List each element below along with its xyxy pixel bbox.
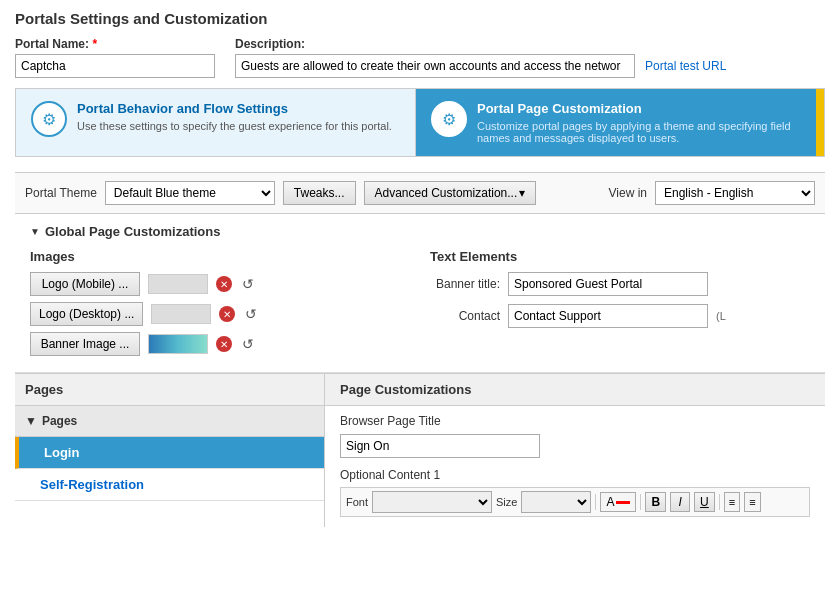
behavior-icon: ⚙ <box>31 101 67 137</box>
pages-self-registration-item[interactable]: Self-Registration <box>15 469 324 501</box>
size-label: Size <box>496 496 517 508</box>
behavior-panel-title: Portal Behavior and Flow Settings <box>77 101 392 116</box>
logo-desktop-preview <box>151 304 211 324</box>
pages-panel-header: Pages <box>15 374 324 406</box>
banner-image-button[interactable]: Banner Image ... <box>30 332 140 356</box>
pages-list-panel: Pages ▼ Pages Login Self-Registration <box>15 374 325 527</box>
images-column: Images Logo (Mobile) ... ✕ ↺ Logo (Deskt… <box>30 249 410 362</box>
logo-mobile-button[interactable]: Logo (Mobile) ... <box>30 272 140 296</box>
color-swatch <box>616 501 630 504</box>
contact-input[interactable] <box>508 304 708 328</box>
text-elements-column: Text Elements Banner title: Contact (L <box>430 249 810 362</box>
page-title: Portals Settings and Customization <box>15 10 825 27</box>
behavior-panel-desc: Use these settings to specify the guest … <box>77 120 392 132</box>
toolbar-divider-2 <box>640 494 641 510</box>
portal-name-label: Portal Name: * <box>15 37 215 51</box>
font-toolbar: Font Size A B I U ≡ ≡ <box>340 487 810 517</box>
customization-panel-title: Portal Page Customization <box>477 101 801 116</box>
contact-more-icon: (L <box>716 310 726 322</box>
contact-row: Contact (L <box>430 304 810 328</box>
toolbar-row: Portal Theme Default Blue theme Tweaks..… <box>15 172 825 214</box>
pages-group-header: ▼ Pages <box>15 406 324 437</box>
portal-test-url-link[interactable]: Portal test URL <box>645 59 726 73</box>
pages-group-arrow-icon: ▼ <box>25 414 37 428</box>
page-customization-panel: Page Customizations Browser Page Title O… <box>325 374 825 527</box>
images-title: Images <box>30 249 410 264</box>
font-select[interactable] <box>372 491 492 513</box>
theme-select[interactable]: Default Blue theme <box>105 181 275 205</box>
banner-image-preview <box>148 334 208 354</box>
description-label: Description: <box>235 37 726 51</box>
required-indicator: * <box>92 37 97 51</box>
banner-title-input[interactable] <box>508 272 708 296</box>
view-in-label: View in <box>609 186 647 200</box>
customization-icon: ⚙ <box>431 101 467 137</box>
banner-image-remove-icon[interactable]: ✕ <box>216 336 232 352</box>
customization-panel-desc: Customize portal pages by applying a the… <box>477 120 801 144</box>
logo-mobile-remove-icon[interactable]: ✕ <box>216 276 232 292</box>
logo-desktop-remove-icon[interactable]: ✕ <box>219 306 235 322</box>
behavior-panel[interactable]: ⚙ Portal Behavior and Flow Settings Use … <box>16 89 416 156</box>
banner-title-row: Banner title: <box>430 272 810 296</box>
logo-desktop-row: Logo (Desktop) ... ✕ ↺ <box>30 302 410 326</box>
pages-section: Pages ▼ Pages Login Self-Registration Pa… <box>15 373 825 527</box>
panel-accent-bar <box>816 89 824 156</box>
customization-panel[interactable]: ⚙ Portal Page Customization Customize po… <box>416 89 816 156</box>
global-customizations-section: ▼ Global Page Customizations Images Logo… <box>15 214 825 373</box>
toolbar-divider-1 <box>595 494 596 510</box>
toggle-arrow-icon: ▼ <box>30 226 40 237</box>
font-label: Font <box>346 496 368 508</box>
logo-mobile-reset-icon[interactable]: ↺ <box>240 276 256 292</box>
browser-title-label: Browser Page Title <box>340 414 810 428</box>
banner-title-label: Banner title: <box>430 277 500 291</box>
global-section-toggle[interactable]: ▼ Global Page Customizations <box>30 224 810 239</box>
text-elements-title: Text Elements <box>430 249 810 264</box>
tweaks-button[interactable]: Tweaks... <box>283 181 356 205</box>
dropdown-arrow-icon: ▾ <box>519 186 525 200</box>
ordered-list-button[interactable]: ≡ <box>744 492 760 512</box>
portal-name-input[interactable] <box>15 54 215 78</box>
size-select[interactable] <box>521 491 591 513</box>
logo-mobile-preview <box>148 274 208 294</box>
logo-desktop-reset-icon[interactable]: ↺ <box>243 306 259 322</box>
logo-mobile-row: Logo (Mobile) ... ✕ ↺ <box>30 272 410 296</box>
toolbar-divider-3 <box>719 494 720 510</box>
pages-login-item[interactable]: Login <box>15 437 324 469</box>
banner-image-row: Banner Image ... ✕ ↺ <box>30 332 410 356</box>
logo-desktop-button[interactable]: Logo (Desktop) ... <box>30 302 143 326</box>
underline-button[interactable]: U <box>694 492 715 512</box>
unordered-list-button[interactable]: ≡ <box>724 492 740 512</box>
view-in-select[interactable]: English - English <box>655 181 815 205</box>
font-color-button[interactable]: A <box>600 492 636 512</box>
banner-image-reset-icon[interactable]: ↺ <box>240 336 256 352</box>
italic-button[interactable]: I <box>670 492 690 512</box>
bold-button[interactable]: B <box>645 492 666 512</box>
page-customizations-header: Page Customizations <box>325 374 825 406</box>
advanced-customization-button[interactable]: Advanced Customization... ▾ <box>364 181 537 205</box>
browser-title-input[interactable] <box>340 434 540 458</box>
description-input[interactable] <box>235 54 635 78</box>
contact-label: Contact <box>430 309 500 323</box>
optional-content-label: Optional Content 1 <box>340 468 810 482</box>
pages-group-label: Pages <box>42 414 77 428</box>
theme-label: Portal Theme <box>25 186 97 200</box>
